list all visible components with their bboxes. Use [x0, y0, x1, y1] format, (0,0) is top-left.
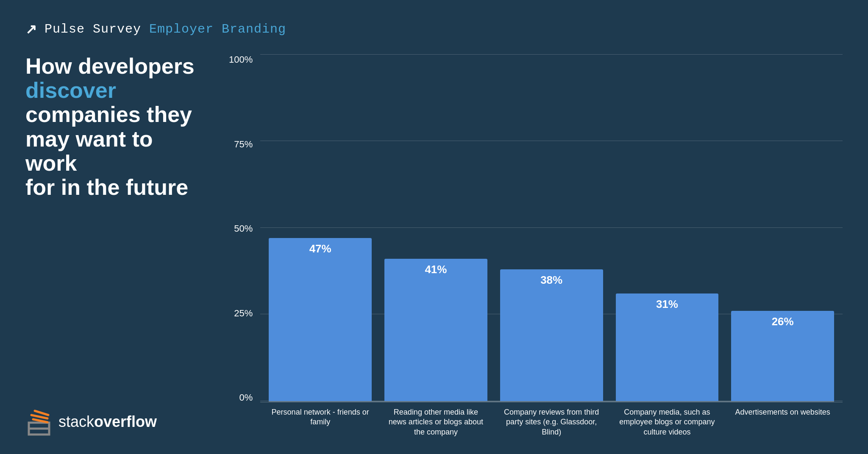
- bar-2: 41%: [384, 259, 487, 401]
- chart-inner: 100% 75% 50% 25% 0%: [229, 54, 843, 437]
- bar-4: 31%: [616, 293, 719, 401]
- stackoverflow-logo-text: stackoverflow: [58, 413, 157, 431]
- y-label-25: 25%: [234, 308, 253, 319]
- bar-2-label: 41%: [425, 263, 447, 276]
- trend-icon: ↗: [25, 21, 37, 37]
- bar-4-label: 31%: [656, 298, 678, 311]
- y-axis: 100% 75% 50% 25% 0%: [229, 54, 260, 437]
- header: ↗ Pulse Survey Employer Branding: [25, 21, 843, 37]
- headline-line5: for in the future: [25, 175, 188, 199]
- stackoverflow-logo-icon: [25, 407, 53, 437]
- headline: How developers discover companies they m…: [25, 54, 203, 199]
- x-label-5: Advertisements on websites: [731, 407, 834, 437]
- svg-line-3: [31, 415, 47, 418]
- y-label-100: 100%: [229, 54, 253, 65]
- bar-3: 38%: [500, 269, 603, 401]
- bar-group-5: 26%: [731, 54, 834, 401]
- y-label-75: 75%: [234, 139, 253, 150]
- chart-wrapper: 100% 75% 50% 25% 0%: [229, 54, 843, 437]
- header-plain: Pulse Survey: [45, 22, 141, 36]
- bar-group-1: 47%: [269, 54, 372, 401]
- x-label-3: Company reviews from third party sites (…: [500, 407, 603, 437]
- y-label-50: 50%: [234, 223, 253, 234]
- logo-area: stackoverflow: [25, 407, 203, 437]
- so-text-light: stack: [58, 413, 94, 430]
- x-label-2: Reading other media like news articles o…: [384, 407, 487, 437]
- chart-area: 100% 75% 50% 25% 0%: [212, 54, 843, 437]
- bar-5-label: 26%: [772, 315, 794, 328]
- so-text-bold: overflow: [94, 413, 157, 430]
- x-label-1: Personal network - friends or family: [269, 407, 372, 437]
- x-label-4: Company media, such as employee blogs or…: [616, 407, 719, 437]
- svg-line-4: [35, 411, 48, 415]
- headline-line3: companies they: [25, 102, 192, 127]
- x-axis: Personal network - friends or family Rea…: [260, 402, 843, 437]
- bar-group-4: 31%: [616, 54, 719, 401]
- left-panel: How developers discover companies they m…: [25, 54, 212, 437]
- bar-5: 26%: [731, 311, 834, 401]
- y-label-0: 0%: [239, 392, 253, 403]
- chart-body: 47% 41% 38%: [260, 54, 843, 437]
- headline-line4: may want to work: [25, 127, 153, 175]
- bars-container: 47% 41% 38%: [260, 54, 843, 401]
- header-blue: Employer Branding: [149, 22, 286, 36]
- bar-group-3: 38%: [500, 54, 603, 401]
- bar-1-label: 47%: [309, 242, 331, 255]
- header-title: Pulse Survey Employer Branding: [45, 22, 286, 36]
- bar-3-label: 38%: [540, 274, 562, 287]
- grid-and-bars: 47% 41% 38%: [260, 54, 843, 401]
- bar-1: 47%: [269, 238, 372, 401]
- bar-group-2: 41%: [384, 54, 487, 401]
- headline-line1: How developers: [25, 54, 195, 78]
- main-content: How developers discover companies they m…: [25, 54, 843, 437]
- headline-discover: discover: [25, 78, 116, 102]
